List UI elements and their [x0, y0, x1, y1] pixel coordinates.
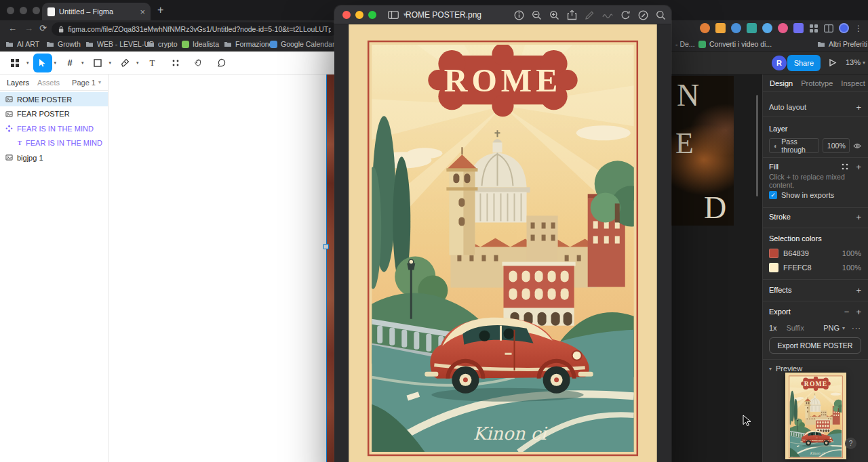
address-input[interactable]: figma.com/file/ZOqa831eMwhNfNMRz3vGs1/Un…: [52, 22, 338, 36]
preview-window-titlebar[interactable]: ▾ ROME POSTER.png: [334, 5, 671, 24]
frame-tool-button[interactable]: #: [60, 54, 79, 72]
browser-menu-icon[interactable]: ⋮: [854, 24, 863, 33]
minimize-window-icon[interactable]: [355, 11, 363, 19]
add-fill-icon[interactable]: +: [856, 162, 861, 172]
export-scale[interactable]: 1x: [769, 324, 777, 332]
extension-icon[interactable]: [778, 23, 788, 33]
signature-icon[interactable]: [602, 11, 613, 19]
extension-icon[interactable]: [793, 23, 804, 33]
rotate-icon[interactable]: [620, 10, 631, 20]
close-window-icon[interactable]: [7, 7, 14, 14]
share-icon[interactable]: [567, 9, 577, 20]
chevron-down-icon[interactable]: ▾: [81, 60, 84, 66]
chevron-down-icon[interactable]: ▾: [26, 60, 29, 66]
window-controls[interactable]: [7, 7, 40, 14]
share-button[interactable]: Share: [787, 55, 821, 71]
resources-tool-icon[interactable]: [166, 54, 185, 72]
bookmark-item[interactable]: - De...: [675, 40, 695, 48]
canvas-scrollbar[interactable]: [756, 95, 758, 196]
browser-tab[interactable]: Untitled – Figma ×: [42, 3, 151, 20]
extension-icon[interactable]: [700, 23, 710, 33]
layer-row-rome-poster[interactable]: ROME POSTER: [0, 92, 108, 106]
export-suffix-placeholder[interactable]: Suffix: [787, 324, 804, 332]
visibility-eye-icon[interactable]: [853, 142, 861, 150]
split-view-icon[interactable]: [824, 24, 833, 33]
zoom-out-icon[interactable]: [532, 10, 542, 20]
main-menu-icon[interactable]: [5, 54, 24, 72]
bookmark-item-other[interactable]: Altri Preferiti: [817, 40, 867, 48]
markup-icon[interactable]: [638, 10, 648, 20]
chevron-down-icon[interactable]: ▾: [136, 60, 139, 66]
extension-icon[interactable]: [731, 23, 741, 33]
selection-handle[interactable]: [323, 244, 329, 249]
comment-tool-button[interactable]: [212, 54, 231, 72]
selection-color-row[interactable]: FFEFC8 100%: [769, 262, 861, 273]
color-swatch-cream[interactable]: [769, 263, 778, 272]
bookmark-item[interactable]: AI ART: [5, 40, 39, 48]
user-avatar[interactable]: R: [772, 56, 787, 70]
zoom-window-icon[interactable]: [33, 7, 40, 14]
layer-row-bigjpg[interactable]: bigjpg 1: [0, 150, 108, 165]
zoom-window-icon[interactable]: [368, 11, 376, 19]
color-swatch-red[interactable]: [769, 249, 778, 258]
layer-opacity-input[interactable]: 100%: [823, 138, 850, 153]
reload-button[interactable]: ⟳: [39, 23, 47, 33]
add-stroke-icon[interactable]: +: [856, 212, 861, 222]
help-button[interactable]: ?: [845, 438, 856, 449]
info-icon[interactable]: [514, 10, 524, 20]
close-window-icon[interactable]: [342, 11, 351, 19]
remove-export-icon[interactable]: −: [844, 307, 850, 317]
hand-tool-button[interactable]: [189, 54, 208, 72]
add-auto-layout-icon[interactable]: +: [856, 102, 861, 112]
extension-icon[interactable]: [762, 23, 772, 33]
chevron-down-icon[interactable]: ▾: [54, 60, 57, 66]
chevron-down-icon[interactable]: ▾: [109, 60, 112, 66]
browser-profile-avatar[interactable]: [839, 23, 849, 33]
layer-row-text[interactable]: T FEAR IS IN THE MIND: [0, 136, 108, 150]
edit-pencil-icon[interactable]: [585, 10, 595, 20]
tab-assets[interactable]: Assets: [37, 79, 60, 87]
forward-button[interactable]: →: [24, 23, 33, 33]
present-icon[interactable]: [828, 58, 837, 67]
show-in-exports-checkbox[interactable]: ✓: [769, 191, 777, 199]
bookmark-item[interactable]: WEB - LEVEL-UP: [85, 40, 154, 48]
add-export-icon[interactable]: +: [856, 307, 861, 317]
blend-mode-select[interactable]: ◐ Pass through: [769, 138, 819, 153]
shape-tool-button[interactable]: [88, 54, 107, 72]
text-tool-button[interactable]: T: [143, 54, 162, 72]
tab-close-icon[interactable]: ×: [140, 7, 145, 16]
layer-row-fear-poster[interactable]: FEAR POSTER: [0, 107, 108, 121]
bookmark-item[interactable]: Growth: [46, 40, 81, 48]
zoom-in-icon[interactable]: [549, 10, 559, 20]
tab-inspect[interactable]: Inspect: [841, 79, 865, 87]
export-button[interactable]: Export ROME POSTER: [769, 337, 861, 354]
tab-design[interactable]: Design: [770, 79, 793, 87]
sidebar-toggle-icon[interactable]: [388, 11, 399, 19]
extension-icon[interactable]: [747, 23, 757, 33]
rome-poster-canvas-edge[interactable]: [326, 75, 334, 462]
canvas-frame[interactable]: [108, 75, 326, 462]
back-button[interactable]: ←: [8, 23, 17, 33]
preview-window[interactable]: ▾ ROME POSTER.png: [334, 5, 671, 462]
pen-tool-button[interactable]: [115, 54, 134, 72]
bookmark-item[interactable]: Google Calendar -...: [270, 40, 345, 48]
bookmark-item[interactable]: crypto: [146, 40, 178, 48]
tab-prototype[interactable]: Prototype: [801, 79, 833, 87]
export-format-select[interactable]: PNG▾: [823, 324, 845, 332]
extension-icon[interactable]: [715, 23, 726, 33]
bookmark-item[interactable]: Converti i video di...: [698, 40, 772, 48]
bookmark-item[interactable]: Formazione: [224, 40, 273, 48]
move-tool-button[interactable]: [33, 54, 52, 72]
minimize-window-icon[interactable]: [20, 7, 27, 14]
search-icon[interactable]: [656, 10, 666, 20]
selection-color-row[interactable]: B64839 100%: [769, 248, 861, 259]
fill-styles-icon[interactable]: [841, 163, 849, 171]
zoom-level[interactable]: 13%▾: [846, 58, 865, 66]
export-options-icon[interactable]: ···: [852, 324, 861, 332]
tab-layers[interactable]: Layers: [7, 79, 29, 87]
add-effect-icon[interactable]: +: [856, 285, 861, 295]
bookmark-item[interactable]: Idealista: [182, 40, 219, 48]
layer-row-component[interactable]: FEAR IS IN THE MIND: [0, 121, 108, 135]
new-tab-button[interactable]: +: [157, 4, 163, 16]
page-selector[interactable]: Page 1▾: [72, 79, 101, 87]
